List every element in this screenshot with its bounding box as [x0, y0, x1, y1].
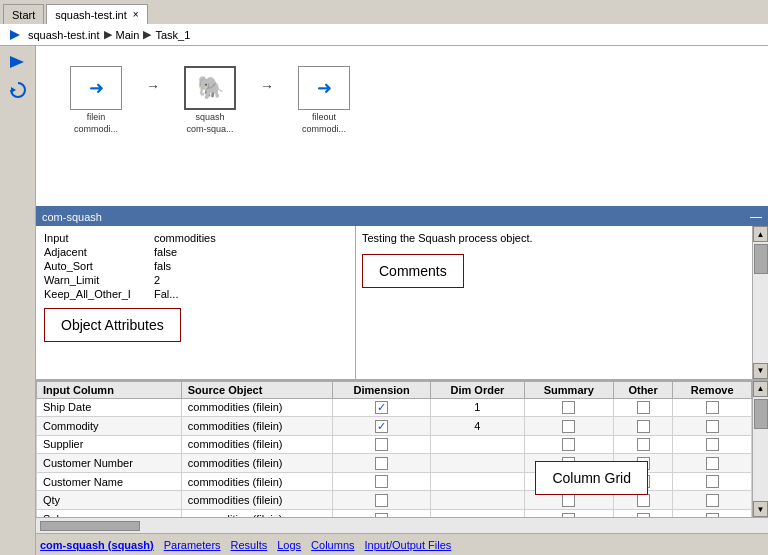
grid-vscrollbar-track [753, 397, 768, 502]
checkbox[interactable]: ✓ [375, 401, 388, 414]
prop-val-keepall: Fal... [154, 288, 178, 300]
node-filein-label: filein [87, 112, 106, 122]
breadcrumb-part2[interactable]: Main [116, 29, 140, 41]
table-cell: Customer Number [37, 454, 182, 473]
checkbox[interactable] [637, 457, 650, 470]
checkbox[interactable] [637, 420, 650, 433]
minimize-btn[interactable]: — [750, 210, 762, 224]
connector-1: → [146, 78, 160, 94]
footer-tab-parameters[interactable]: Parameters [164, 539, 221, 551]
panel-header: com-squash — [36, 208, 768, 226]
table-cell: 4 [430, 417, 524, 436]
prop-key-warnlimit: Warn_Limit [44, 274, 154, 286]
node-fileout-label: fileout [312, 112, 336, 122]
checkbox[interactable] [562, 438, 575, 451]
table-row: Qtycommodities (filein) [37, 491, 752, 510]
checkbox[interactable] [375, 494, 388, 507]
col-header-other: Other [613, 381, 673, 398]
nav-icon[interactable] [6, 50, 30, 74]
table-cell [613, 417, 673, 436]
footer-tab-io-files[interactable]: Input/Output Files [365, 539, 452, 551]
checkbox[interactable] [706, 420, 719, 433]
grid-vscrollbar[interactable]: ▲ ▼ [752, 381, 768, 518]
tab-bar: Start squash-test.int × [0, 0, 768, 24]
table-cell: commodities (filein) [181, 491, 333, 510]
grid-section: Input Column Source Object Dimension Dim… [36, 380, 768, 534]
table-cell [524, 510, 613, 517]
footer-tab-results[interactable]: Results [231, 539, 268, 551]
checkbox[interactable] [562, 475, 575, 488]
prop-row-keepall: Keep_All_Other_I Fal... [44, 288, 347, 300]
prop-row-autosort: Auto_Sort fals [44, 260, 347, 272]
grid-scroll-area[interactable]: Input Column Source Object Dimension Dim… [36, 381, 752, 518]
table-cell [524, 491, 613, 510]
comments-label: Comments [362, 254, 464, 288]
grid-body: Ship Datecommodities (filein)✓1Commodity… [37, 398, 752, 517]
table-row: Commoditycommodities (filein)✓4 [37, 417, 752, 436]
checkbox[interactable] [375, 475, 388, 488]
svg-marker-0 [10, 30, 20, 40]
table-cell [430, 454, 524, 473]
panel-vscrollbar[interactable]: ▲ ▼ [752, 226, 768, 379]
prop-val-input: commodities [154, 232, 216, 244]
table-cell: commodities (filein) [181, 398, 333, 417]
checkbox[interactable] [562, 494, 575, 507]
checkbox[interactable] [706, 494, 719, 507]
checkbox[interactable] [706, 475, 719, 488]
tab-active[interactable]: squash-test.int × [46, 4, 147, 24]
tab-start[interactable]: Start [3, 4, 44, 24]
checkbox[interactable] [706, 457, 719, 470]
footer-tab-columns[interactable]: Columns [311, 539, 354, 551]
table-cell [673, 454, 752, 473]
checkbox[interactable]: ✓ [375, 420, 388, 433]
checkbox[interactable] [637, 438, 650, 451]
breadcrumb-part3[interactable]: Task_1 [155, 29, 190, 41]
checkbox[interactable] [637, 475, 650, 488]
checkbox[interactable] [375, 457, 388, 470]
grid-header-row: Input Column Source Object Dimension Dim… [37, 381, 752, 398]
canvas-area: ➜ filein commodi... → 🐘 squash com-squa.… [36, 46, 768, 555]
grid-hscrollbar-thumb[interactable] [40, 521, 140, 531]
checkbox[interactable] [706, 401, 719, 414]
breadcrumb-part1[interactable]: squash-test.int [28, 29, 100, 41]
footer-tab-comsquash[interactable]: com-squash (squash) [40, 539, 154, 551]
table-cell [430, 435, 524, 454]
properties-panel: Input commodities Adjacent false Auto_So… [36, 226, 356, 379]
table-cell [524, 435, 613, 454]
checkbox[interactable] [375, 438, 388, 451]
node-squash-label: squash [195, 112, 224, 122]
prop-row-input: Input commodities [44, 232, 347, 244]
grid-vscrollbar-up[interactable]: ▲ [753, 381, 768, 397]
grid-hscrollbar[interactable] [36, 517, 768, 533]
filein-arrow-icon: ➜ [89, 77, 104, 99]
prop-val-autosort: fals [154, 260, 171, 272]
table-cell [613, 398, 673, 417]
checkbox[interactable] [706, 438, 719, 451]
footer-tab-logs[interactable]: Logs [277, 539, 301, 551]
checkbox[interactable] [562, 420, 575, 433]
table-cell [673, 472, 752, 491]
checkbox[interactable] [562, 401, 575, 414]
checkbox[interactable] [637, 401, 650, 414]
checkbox[interactable] [562, 457, 575, 470]
table-row: Customer Namecommodities (filein) [37, 472, 752, 491]
table-row: Salescommodities (filein) [37, 510, 752, 517]
table-cell: Qty [37, 491, 182, 510]
fileout-arrow-icon: ➜ [317, 77, 332, 99]
grid-vscrollbar-down[interactable]: ▼ [753, 501, 768, 517]
vscrollbar-track [753, 242, 768, 363]
table-cell [430, 491, 524, 510]
node-filein[interactable]: ➜ filein commodi... [66, 66, 126, 134]
col-header-input: Input Column [37, 381, 182, 398]
node-squash[interactable]: 🐘 squash com-squa... [180, 66, 240, 134]
vscrollbar-thumb[interactable] [754, 244, 768, 274]
checkbox[interactable] [637, 494, 650, 507]
node-fileout[interactable]: ➜ fileout commodi... [294, 66, 354, 134]
refresh-icon[interactable] [6, 78, 30, 102]
vscrollbar-up-btn[interactable]: ▲ [753, 226, 768, 242]
tab-close-icon[interactable]: × [133, 9, 139, 20]
vscrollbar-down-btn[interactable]: ▼ [753, 363, 768, 379]
grid-vscrollbar-thumb[interactable] [754, 399, 768, 429]
table-cell [673, 435, 752, 454]
bottom-panel: com-squash — Input commodities Adjacent … [36, 206, 768, 555]
